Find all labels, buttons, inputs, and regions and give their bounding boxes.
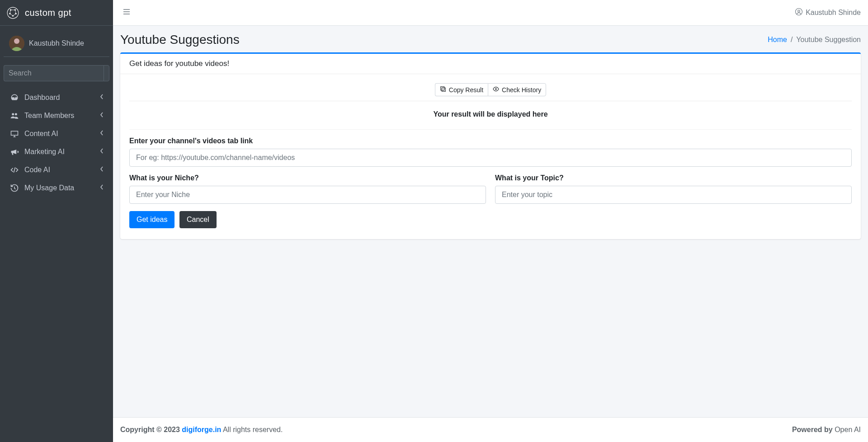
hamburger-toggle[interactable]	[120, 5, 133, 20]
users-icon	[9, 111, 20, 120]
youtube-suggestion-card: Get ideas for youtube videos! Copy Resul…	[120, 52, 861, 239]
copy-result-label: Copy Result	[449, 86, 483, 94]
niche-group: What is your Niche?	[129, 174, 486, 204]
chevron-left-icon	[99, 166, 104, 174]
sidebar-item-label: My Usage Data	[24, 184, 99, 192]
brand-logo-icon	[5, 5, 20, 20]
svg-point-10	[796, 9, 802, 15]
brand[interactable]: custom gpt	[0, 0, 113, 26]
sidebar-nav: Dashboard Team Members Content AI Market…	[0, 89, 113, 197]
sidebar-item-dashboard[interactable]: Dashboard	[4, 89, 109, 107]
desktop-icon	[9, 129, 20, 138]
videos-link-label: Enter your channel's videos tab link	[129, 137, 852, 145]
svg-point-7	[14, 38, 19, 44]
form-actions: Get ideas Cancel	[129, 211, 852, 228]
card-header: Get ideas for youtube videos!	[120, 54, 861, 74]
copy-icon	[440, 86, 446, 94]
eye-icon	[493, 86, 499, 94]
niche-label: What is your Niche?	[129, 174, 486, 182]
result-toolbar: Copy Result Check History	[129, 83, 852, 96]
sidebar-item-label: Team Members	[24, 112, 99, 120]
powered-prefix: Powered by	[792, 426, 835, 433]
chevron-left-icon	[99, 184, 104, 192]
topic-label: What is your Topic?	[495, 174, 852, 182]
check-history-label: Check History	[502, 86, 541, 94]
sidebar-item-label: Content AI	[24, 130, 99, 138]
sidebar-user[interactable]: Kaustubh Shinde	[4, 30, 109, 57]
sidebar-user-name: Kaustubh Shinde	[29, 39, 84, 47]
search-button[interactable]	[104, 65, 109, 81]
code-icon	[9, 165, 20, 174]
breadcrumb: Home / Youtube Suggestion	[768, 36, 861, 44]
content-header: Youtube Suggestions Home / Youtube Sugge…	[113, 26, 868, 52]
topbar-user[interactable]: Kaustubh Shinde	[795, 8, 861, 18]
copyright-prefix: Copyright © 2023	[120, 426, 182, 433]
sidebar-search	[4, 65, 109, 81]
sidebar-item-marketing-ai[interactable]: Marketing AI	[4, 143, 109, 161]
topic-group: What is your Topic?	[495, 174, 852, 204]
sidebar-item-label: Code AI	[24, 166, 99, 174]
bullhorn-icon	[9, 147, 20, 156]
bars-icon	[123, 9, 130, 17]
copyright-suffix: All rights reserved.	[221, 426, 283, 433]
content: Get ideas for youtube videos! Copy Resul…	[113, 52, 868, 417]
brand-text: custom gpt	[25, 8, 71, 18]
get-ideas-button[interactable]: Get ideas	[129, 211, 175, 228]
footer-link[interactable]: digiforge.in	[182, 426, 221, 433]
svg-rect-13	[441, 87, 444, 90]
sidebar-item-team-members[interactable]: Team Members	[4, 107, 109, 125]
svg-point-14	[495, 88, 497, 90]
chevron-left-icon	[99, 94, 104, 102]
topbar-user-name: Kaustubh Shinde	[806, 9, 861, 17]
history-icon	[9, 183, 20, 193]
videos-link-input[interactable]	[129, 149, 852, 167]
sidebar-item-content-ai[interactable]: Content AI	[4, 125, 109, 143]
topic-input[interactable]	[495, 186, 852, 204]
niche-input[interactable]	[129, 186, 486, 204]
breadcrumb-current: Youtube Suggestion	[796, 36, 861, 44]
svg-point-0	[7, 7, 19, 19]
svg-point-11	[798, 10, 800, 12]
breadcrumb-home[interactable]: Home	[768, 36, 787, 44]
sidebar-item-code-ai[interactable]: Code AI	[4, 161, 109, 179]
sidebar: custom gpt Kaustubh Shinde Dashboard	[0, 0, 113, 442]
page-title: Youtube Suggestions	[120, 33, 240, 47]
result-placeholder: Your result will be displayed here	[129, 101, 852, 124]
chevron-left-icon	[99, 148, 104, 156]
svg-rect-12	[442, 88, 445, 91]
topbar: Kaustubh Shinde	[113, 0, 868, 26]
sidebar-item-label: Dashboard	[24, 94, 99, 102]
search-input[interactable]	[4, 65, 104, 81]
videos-link-group: Enter your channel's videos tab link	[129, 137, 852, 167]
footer-copyright: Copyright © 2023 digiforge.in All rights…	[120, 426, 283, 434]
avatar	[9, 36, 24, 51]
cancel-button[interactable]: Cancel	[179, 211, 217, 228]
sidebar-item-label: Marketing AI	[24, 148, 99, 156]
gauge-icon	[9, 93, 20, 102]
main: Kaustubh Shinde Youtube Suggestions Home…	[113, 0, 868, 442]
footer: Copyright © 2023 digiforge.in All rights…	[113, 417, 868, 442]
copy-result-button[interactable]: Copy Result	[435, 83, 488, 96]
sidebar-item-my-usage-data[interactable]: My Usage Data	[4, 179, 109, 197]
footer-powered: Powered by Open AI	[792, 426, 861, 434]
user-circle-icon	[795, 8, 806, 18]
chevron-left-icon	[99, 130, 104, 138]
check-history-button[interactable]: Check History	[488, 83, 546, 96]
chevron-left-icon	[99, 112, 104, 120]
breadcrumb-sep: /	[791, 36, 793, 44]
powered-by: Open AI	[835, 426, 861, 433]
